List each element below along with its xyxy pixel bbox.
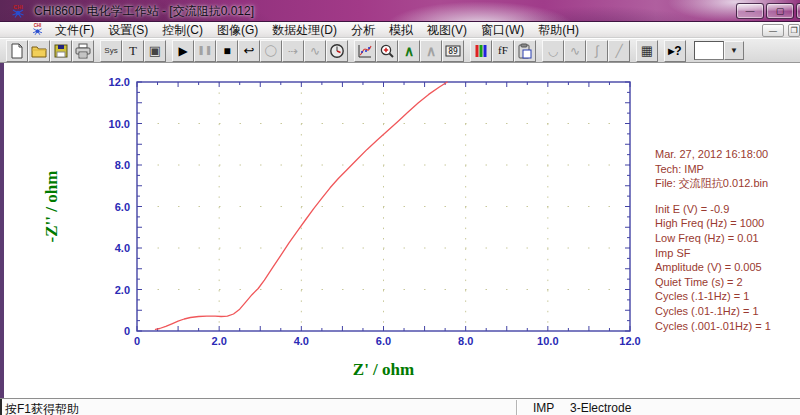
- system-setup-icon: Sys: [104, 47, 117, 55]
- text-tool-button[interactable]: T: [122, 40, 144, 62]
- run-experiment-icon: ▶: [178, 45, 187, 57]
- mdi-restore-icon: ❐: [790, 26, 797, 35]
- x-tick-label: 8.0: [458, 335, 473, 347]
- baseline-button: ╱: [608, 40, 630, 62]
- data-grid-icon: ▦: [641, 44, 653, 57]
- x-tick-label: 2.0: [212, 335, 227, 347]
- info-param-line-4: Amplitude (V) = 0.005: [655, 260, 800, 275]
- zoom-in-icon: [379, 43, 395, 59]
- menu-item-8[interactable]: 窗口(W): [474, 22, 531, 38]
- impedance-curve: [156, 82, 448, 329]
- run-experiment-button[interactable]: ▶: [172, 40, 194, 62]
- pause-button: ❚❚: [194, 40, 216, 62]
- open-file-button[interactable]: [28, 40, 50, 62]
- info-param-line-7: Cycles (.01-.1Hz) = 1: [655, 304, 800, 319]
- new-file-icon: [9, 43, 25, 59]
- status-bar-edge: [0, 399, 2, 415]
- menu-bar: 文件(F)设置(S)控制(C)图像(G)数据处理(D)分析模拟视图(V)窗口(W…: [0, 22, 800, 38]
- menu-item-3[interactable]: 图像(G): [210, 22, 265, 38]
- minimize-icon: —: [746, 6, 755, 16]
- x-axis-title: Z' / ohm: [353, 360, 414, 379]
- color-legend-button[interactable]: [470, 40, 492, 62]
- peak-analysis-button[interactable]: ∧: [398, 40, 420, 62]
- data-grid-button[interactable]: ▦: [636, 40, 658, 62]
- menu-item-1[interactable]: 设置(S): [101, 22, 155, 38]
- integration-icon: ∫: [595, 44, 599, 57]
- cell-control-icon: ◯: [265, 45, 277, 56]
- zoom-in-button[interactable]: [376, 40, 398, 62]
- step-function-icon: ⇢: [288, 45, 298, 57]
- integration-button: ∫: [586, 40, 608, 62]
- data-readout-icon: [445, 43, 461, 59]
- scale-combo[interactable]: ▼: [694, 41, 744, 60]
- peak-analysis-icon: ∧: [404, 44, 414, 58]
- chevron-down-icon[interactable]: ▼: [724, 41, 744, 60]
- reverse-scan-button[interactable]: ↩: [238, 40, 260, 62]
- menu-item-7[interactable]: 视图(V): [420, 22, 474, 38]
- menu-item-4[interactable]: 数据处理(D): [265, 22, 344, 38]
- y-tick-label: 4.0: [115, 242, 130, 254]
- pause-icon: ❚❚: [197, 46, 212, 55]
- new-file-button[interactable]: [6, 40, 28, 62]
- copy-to-clipboard-button[interactable]: [514, 40, 536, 62]
- context-help-button[interactable]: ▸?: [664, 40, 686, 62]
- mdi-restore-button[interactable]: ❐: [788, 24, 800, 37]
- status-help-text: 按F1获得帮助: [5, 401, 79, 415]
- x-tick-label: 10.0: [537, 335, 558, 347]
- stop-icon: ■: [223, 45, 230, 57]
- wave-control-button: ∿: [304, 40, 326, 62]
- window-maximize-button[interactable]: ▢: [766, 3, 794, 19]
- plot-client-area: 02.04.06.08.010.012.002.04.06.08.010.012…: [0, 63, 800, 398]
- data-readout-button[interactable]: [442, 40, 464, 62]
- present-data-plot-icon: [357, 43, 373, 59]
- menu-item-2[interactable]: 控制(C): [155, 22, 210, 38]
- window-title: CHI860D 电化学工作站 - [交流阻抗0.012]: [34, 3, 254, 20]
- status-separator: [516, 400, 517, 415]
- save-button[interactable]: [50, 40, 72, 62]
- mdi-minimize-icon: —: [769, 26, 777, 35]
- copy-to-clipboard-icon: [517, 43, 533, 59]
- y-tick-label: 2.0: [115, 284, 130, 296]
- print-icon: [75, 43, 91, 59]
- step-function-button: ⇢: [282, 40, 304, 62]
- info-header-line-1: Tech: IMP: [655, 162, 800, 177]
- scale-combo-field[interactable]: [694, 41, 724, 60]
- smoothing-button: ◡: [542, 40, 564, 62]
- status-electrode: 3-Electrode: [570, 401, 631, 415]
- present-data-plot-button[interactable]: [354, 40, 376, 62]
- stop-button[interactable]: ■: [216, 40, 238, 62]
- info-header-line-0: Mar. 27, 2012 16:18:00: [655, 147, 800, 162]
- info-param-line-1: High Freq (Hz) = 1000: [655, 216, 800, 231]
- print-button[interactable]: [72, 40, 94, 62]
- x-tick-label: 0: [134, 335, 140, 347]
- timer-button[interactable]: [326, 40, 348, 62]
- menu-item-6[interactable]: 模拟: [382, 22, 420, 38]
- mdi-minimize-button[interactable]: —: [762, 24, 784, 37]
- text-tool-icon: T: [129, 44, 137, 57]
- menu-item-9[interactable]: 帮助(H): [531, 22, 586, 38]
- open-file-icon: [31, 43, 47, 59]
- x-tick-label: 4.0: [294, 335, 309, 347]
- info-param-line-5: Quiet Time (s) = 2: [655, 275, 800, 290]
- font-button[interactable]: fF: [492, 40, 514, 62]
- window-minimize-button[interactable]: —: [736, 3, 764, 19]
- derivative-button: ∿: [564, 40, 586, 62]
- document-chi-icon: [31, 23, 44, 36]
- y-tick-label: 6.0: [115, 201, 130, 213]
- reverse-scan-icon: ↩: [244, 44, 255, 57]
- y-tick-label: 10.0: [109, 118, 130, 130]
- status-bar: 按F1获得帮助 IMP 3-Electrode: [0, 398, 800, 415]
- window-layout-button[interactable]: ▣: [144, 40, 166, 62]
- y-tick-label: 8.0: [115, 159, 130, 171]
- peak-gray-button: ∧: [420, 40, 442, 62]
- baseline-icon: ╱: [615, 45, 622, 57]
- menu-item-5[interactable]: 分析: [344, 22, 382, 38]
- app-logo-icon: [10, 3, 26, 19]
- window-close-button[interactable]: [796, 3, 800, 19]
- y-axis-title: -Z'' / ohm: [42, 171, 61, 243]
- y-tick-label: 0: [124, 325, 130, 337]
- info-header-line-2: File: 交流阻抗0.012.bin: [655, 176, 800, 191]
- save-icon: [53, 43, 69, 59]
- menu-item-0[interactable]: 文件(F): [48, 22, 101, 38]
- system-setup-button[interactable]: Sys: [100, 40, 122, 62]
